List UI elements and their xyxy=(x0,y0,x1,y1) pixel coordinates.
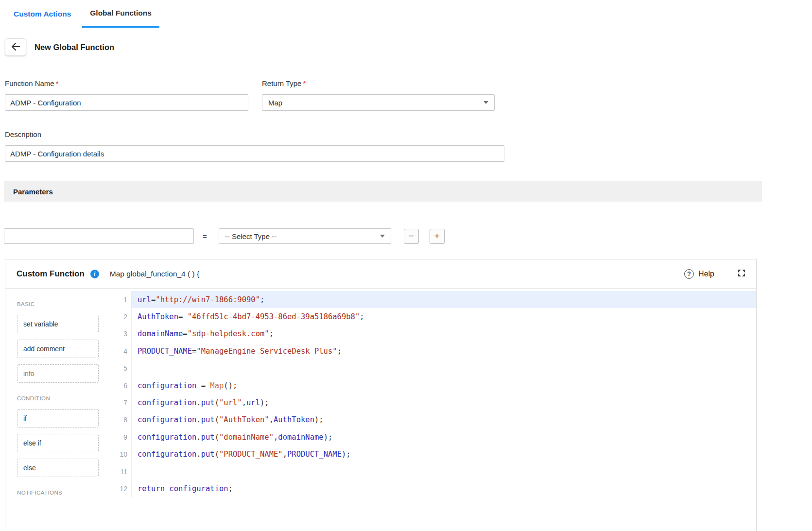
palette-section-label: NOTIFICATIONS xyxy=(17,490,112,496)
line-number: 10 xyxy=(112,446,132,463)
chevron-down-icon xyxy=(380,235,385,238)
custom-function-panel: Custom Function i Map global_function_4 … xyxy=(5,259,757,531)
line-number: 12 xyxy=(112,480,132,497)
code-line-text: domainName="sdp-helpdesk.com"; xyxy=(132,325,756,343)
code-line-text xyxy=(132,463,756,480)
add-parameter-button[interactable]: + xyxy=(430,229,445,244)
code-line[interactable]: 11 xyxy=(112,463,756,480)
code-line[interactable]: 2AuthToken= "46ffd51c-4bd7-4953-86ed-39a… xyxy=(112,308,756,325)
parameters-title: Parameters xyxy=(13,188,53,196)
code-line-text: configuration.put("PRODUCT_NAME",PRODUCT… xyxy=(132,446,756,463)
code-editor[interactable]: 1url="http://win7-1866:9090";2AuthToken=… xyxy=(112,289,756,531)
return-type-field: Return Type* Map xyxy=(262,79,495,111)
code-line-text: return configuration; xyxy=(132,480,756,497)
code-line[interactable]: 8configuration.put("AuthToken",AuthToken… xyxy=(112,411,756,428)
line-number: 1 xyxy=(112,291,132,308)
code-line[interactable]: 4PRODUCT_NAME="ManageEngine ServiceDesk … xyxy=(112,343,756,360)
line-number: 9 xyxy=(112,428,132,445)
line-number: 5 xyxy=(112,360,132,377)
tab-global-functions[interactable]: Global Functions xyxy=(82,0,159,28)
equals-sign: = xyxy=(203,232,207,240)
form-row: Function Name* Return Type* Map xyxy=(5,79,812,111)
tab-global-functions-label: Global Functions xyxy=(90,9,152,17)
expand-icon xyxy=(737,268,746,279)
code-line[interactable]: 3domainName="sdp-helpdesk.com"; xyxy=(112,325,756,343)
remove-parameter-button[interactable]: − xyxy=(404,229,419,244)
parameter-type-value: -- Select Type -- xyxy=(225,232,376,240)
fullscreen-button[interactable] xyxy=(737,268,746,279)
tab-bar: Custom Actions Global Functions xyxy=(0,0,812,28)
required-asterisk: * xyxy=(56,79,59,87)
help-button[interactable]: ? Help xyxy=(684,269,714,279)
arrow-left-icon xyxy=(11,43,20,52)
code-line-text: configuration.put("url",url); xyxy=(132,394,756,411)
help-label: Help xyxy=(698,270,714,278)
description-input[interactable] xyxy=(5,145,504,162)
line-number: 6 xyxy=(112,377,132,394)
code-line-text: configuration = Map(); xyxy=(132,377,756,394)
parameter-name-input[interactable] xyxy=(4,228,194,244)
code-palette: BASICset variableadd commentinfoCONDITIO… xyxy=(5,289,112,531)
return-type-value: Map xyxy=(268,99,480,107)
code-line-text: configuration.put("domainName",domainNam… xyxy=(132,428,756,445)
function-name-label: Function Name* xyxy=(5,79,248,87)
palette-item-set-variable[interactable]: set variable xyxy=(17,315,99,333)
code-line[interactable]: 10configuration.put("PRODUCT_NAME",PRODU… xyxy=(112,446,756,463)
code-line-text: AuthToken= "46ffd51c-4bd7-4953-86ed-39a5… xyxy=(132,308,756,325)
page-title: New Global Function xyxy=(35,43,114,52)
tab-custom-actions-label: Custom Actions xyxy=(14,10,71,18)
code-line-text: url="http://win7-1866:9090"; xyxy=(132,291,756,308)
line-number: 2 xyxy=(112,308,132,325)
palette-item-if[interactable]: if xyxy=(17,409,99,428)
line-number: 3 xyxy=(112,325,132,343)
chevron-down-icon xyxy=(484,101,488,104)
code-line[interactable]: 1url="http://win7-1866:9090"; xyxy=(112,291,756,308)
palette-item-else-if[interactable]: else if xyxy=(17,434,99,452)
code-line-text: PRODUCT_NAME="ManageEngine ServiceDesk P… xyxy=(132,343,756,360)
description-field: Description xyxy=(5,130,812,162)
parameters-section-header: Parameters xyxy=(4,181,762,202)
info-icon[interactable]: i xyxy=(90,270,99,278)
code-line[interactable]: 5 xyxy=(112,360,756,377)
function-name-field: Function Name* xyxy=(5,79,248,111)
divider xyxy=(4,212,762,212)
page-header: New Global Function xyxy=(5,38,812,56)
tab-custom-actions[interactable]: Custom Actions xyxy=(14,0,71,28)
description-label: Description xyxy=(5,130,812,138)
line-number: 4 xyxy=(112,343,132,360)
line-number: 7 xyxy=(112,394,132,411)
custom-function-title: Custom Function xyxy=(17,269,85,279)
editor-body: BASICset variableadd commentinfoCONDITIO… xyxy=(5,289,756,531)
palette-item-add-comment[interactable]: add comment xyxy=(17,340,99,358)
question-circle-icon: ? xyxy=(684,269,694,279)
palette-section-label: BASIC xyxy=(17,301,112,307)
required-asterisk: * xyxy=(303,79,306,87)
parameter-row: = -- Select Type -- − + xyxy=(4,228,812,244)
return-type-label: Return Type* xyxy=(262,79,495,87)
function-name-input[interactable] xyxy=(5,94,248,111)
code-line[interactable]: 6configuration = Map(); xyxy=(112,377,756,394)
code-line[interactable]: 12return configuration; xyxy=(112,480,756,497)
code-line-text: configuration.put("AuthToken",AuthToken)… xyxy=(132,411,756,428)
palette-item-else[interactable]: else xyxy=(17,459,99,477)
custom-function-header: Custom Function i Map global_function_4 … xyxy=(5,259,756,289)
code-line[interactable]: 7configuration.put("url",url); xyxy=(112,394,756,411)
code-line[interactable]: 9configuration.put("domainName",domainNa… xyxy=(112,428,756,445)
return-type-select[interactable]: Map xyxy=(262,94,495,111)
palette-section-label: CONDITION xyxy=(17,395,112,401)
back-button[interactable] xyxy=(5,38,26,56)
function-signature: Map global_function_4 ( ) { xyxy=(110,270,199,278)
code-line-text xyxy=(132,360,756,377)
palette-item-info[interactable]: info xyxy=(17,364,99,383)
line-number: 8 xyxy=(112,411,132,428)
parameter-type-select[interactable]: -- Select Type -- xyxy=(219,228,391,244)
line-number: 11 xyxy=(112,463,132,480)
